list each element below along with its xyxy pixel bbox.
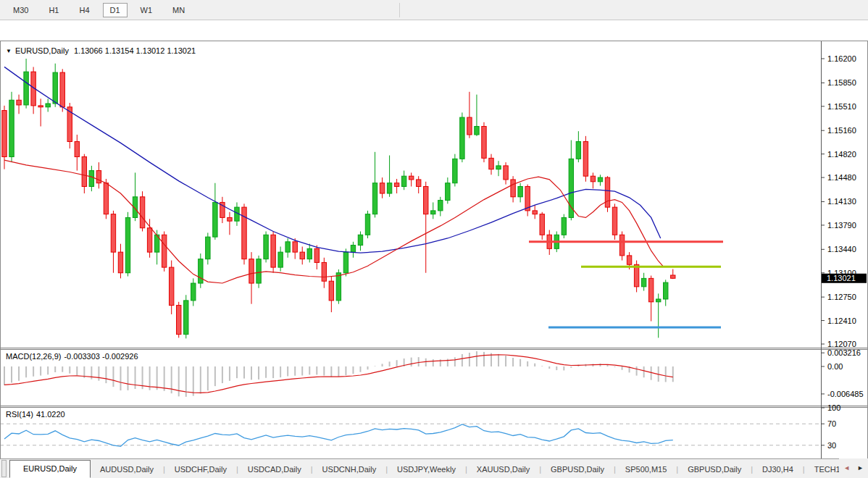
tab-audusd-daily[interactable]: AUDUSD,Daily [91,461,163,478]
price-tick-label: 1.13440 [827,245,856,253]
chart-tabs-bar: EURUSD,DailyAUDUSD,Daily|USDCHF,Daily|US… [0,458,868,478]
candle-body [518,186,522,196]
tf-button-m30[interactable]: M30 [6,3,36,17]
candle-body [256,259,261,283]
candle-body [424,186,428,214]
candle-body [9,100,14,156]
tab-scroll-right-icon[interactable]: ► [857,464,864,471]
panel-separator-fill [0,406,868,407]
candle-body [612,207,617,235]
candle-body [264,235,268,259]
price-chart-canvas[interactable]: 1.162001.158501.155101.151601.148201.144… [0,41,868,478]
chart-window[interactable]: 1.162001.158501.155101.151601.148201.144… [0,20,868,458]
tab-gbpusd-daily[interactable]: GBPUSD,Daily [541,461,614,478]
candle-body [104,183,108,214]
price-tick-label: 1.12070 [827,340,856,348]
candle-body [162,235,166,267]
timeframe-toolbar: M30H1H4D1W1MN [0,0,868,20]
panel-separator-fill [0,348,868,349]
tf-button-w1[interactable]: W1 [133,3,160,17]
candle-body [82,156,86,186]
price-tick-label: 1.12410 [827,316,856,325]
candle-body [2,111,7,157]
candle-body [140,197,144,228]
rsi-indicator-label: RSI(14)41.0220 [6,410,68,419]
candle-body [89,171,93,187]
candle-body [271,235,275,267]
tab-sp500-m15[interactable]: SP500,M15 [616,461,676,478]
tab-xauusd-daily[interactable]: XAUUSD,Daily [467,461,539,478]
price-tick-label: 1.14480 [827,173,856,182]
tf-button-h1[interactable]: H1 [41,3,66,17]
candle-body [351,246,355,253]
candle-body [365,214,370,235]
tf-button-h4[interactable]: H4 [72,3,96,17]
tab-dj30-h4[interactable]: DJ30,H4 [753,461,803,478]
tab-usdchf-daily[interactable]: USDCHF,Daily [165,461,236,478]
candle-body [460,117,464,159]
candle-body [147,228,151,252]
candle-body [619,235,624,256]
tab-usdjpy-weekly[interactable]: USDJPY,Weekly [388,461,465,478]
candle-body [285,242,290,252]
rsi-scale-label: 100 [827,403,840,412]
candle-body [336,273,341,301]
candle-body [60,72,64,107]
candle-body [533,211,537,214]
candle-body [96,171,101,183]
candle-body [475,126,479,134]
candle-body [394,183,398,187]
candle-body [191,283,196,301]
candle-body [249,259,254,283]
tab-usdcnh-daily[interactable]: USDCNH,Daily [313,461,386,478]
current-price-label: 1.13021 [827,274,856,282]
rsi-scale-label: 70 [827,419,836,428]
symbol-dropdown-icon[interactable]: ▼ [6,48,12,54]
candle-body [118,252,122,273]
candle-body [177,306,181,335]
candle-body [583,141,588,176]
macd-values: -0.003303 -0.002926 [64,352,138,361]
candle-body [228,217,232,221]
rsi-value: 41.0220 [36,410,65,419]
tab-gbpusd-daily[interactable]: GBPUSD,Daily [678,461,751,478]
toolbar-separator [399,3,400,17]
candle-body [591,176,595,182]
chart-ohlc-values: 1.13066 1.13154 1.13012 1.13021 [74,46,196,55]
price-tick-label: 1.15850 [827,78,856,87]
candle-body [431,211,435,214]
candle-body [598,177,602,182]
price-tick-label: 1.14820 [827,150,856,159]
candle-body [278,252,283,267]
candle-body [656,299,661,302]
candle-body [184,301,188,335]
candle-body [401,176,406,186]
candle-body [446,183,450,201]
tf-button-mn[interactable]: MN [165,3,192,17]
rsi-name: RSI(14) [6,410,33,419]
price-tick-label: 1.14130 [827,197,856,206]
tab-usdcad-daily[interactable]: USDCAD,Daily [238,461,311,478]
price-tick-label: 1.16200 [827,54,856,63]
candle-body [111,214,115,252]
tab-eurusd-daily[interactable]: EURUSD,Daily [9,460,91,478]
candle-body [627,256,631,264]
candle-body [387,183,391,193]
candle-body [125,217,130,272]
chart-symbol-label: EURUSD,Daily [15,46,69,55]
macd-name: MACD(12,26,9) [6,352,61,361]
price-tick-label: 1.12750 [827,293,856,301]
tf-button-d1[interactable]: D1 [103,3,128,17]
candle-body [24,72,28,105]
candle-body [641,278,646,286]
candle-body [300,252,304,259]
tab-scroll-left-icon[interactable]: ◄ [843,464,850,471]
tab-scroll-arrows: ◄ ► [839,458,868,477]
tabbar-grip[interactable] [1,460,7,477]
macd-scale-label: -0.006485 [827,390,864,398]
candle-body [482,126,486,158]
candle-body [664,282,668,299]
candle-body [329,281,333,301]
candle-body [17,100,21,105]
candle-body [38,106,43,107]
